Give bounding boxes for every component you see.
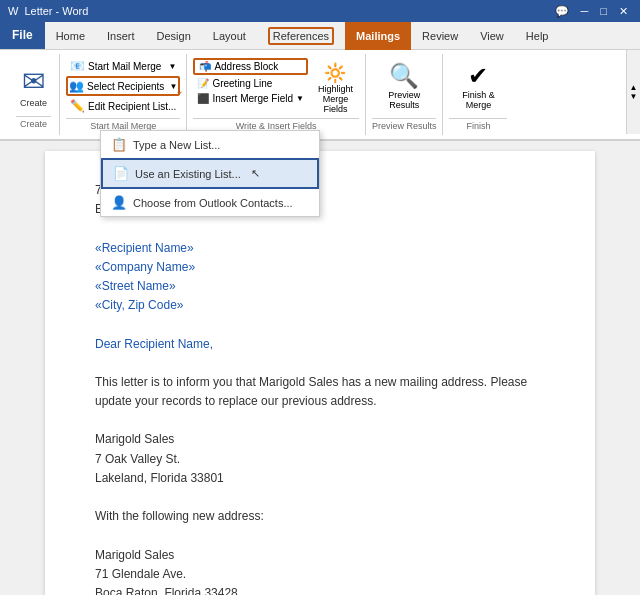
- address-block-label: Address Block: [214, 61, 278, 72]
- doc-body2-line2: Lakeland, Florida 33801: [95, 469, 545, 488]
- highlight-icon: 🔆: [324, 62, 346, 84]
- tab-design[interactable]: Design: [146, 21, 202, 49]
- select-recipients-arrow: ▼: [169, 82, 177, 91]
- doc-merge-city: «City, Zip Code»: [95, 296, 545, 315]
- tab-file[interactable]: File: [0, 21, 45, 49]
- start-mail-merge-label: Start Mail Merge: [88, 61, 161, 72]
- scroll-down-icon[interactable]: ▼: [630, 92, 638, 101]
- edit-list-icon: ✏️: [70, 99, 85, 113]
- app-icon: W: [8, 5, 18, 17]
- doc-merge-street: «Street Name»: [95, 277, 545, 296]
- dropdown-type-new[interactable]: 📋 Type a New List...: [101, 131, 319, 158]
- tab-mailings[interactable]: Mailings: [345, 22, 411, 50]
- highlight-merge-fields-btn[interactable]: 🔆 HighlightMergeFields: [312, 58, 359, 118]
- address-block-icon: 📬: [199, 61, 211, 72]
- doc-merge-company: «Company Name»: [95, 258, 545, 277]
- chat-icon[interactable]: 💬: [551, 5, 573, 18]
- scroll-up-icon[interactable]: ▲: [630, 83, 638, 92]
- finish-merge-btn[interactable]: ✔ Finish &Merge: [456, 58, 501, 114]
- preview-results-label: PreviewResults: [388, 90, 420, 110]
- references-highlight: References: [268, 27, 334, 45]
- create-btn[interactable]: ✉ Create: [16, 61, 51, 112]
- preview-results-group: 🔍 PreviewResults Preview Results: [366, 54, 444, 135]
- doc-body4-line1: 71 Glendale Ave.: [95, 565, 545, 584]
- address-block-btn[interactable]: 📬 Address Block: [193, 58, 308, 75]
- create-group-label: Create: [16, 116, 51, 129]
- dropdown-use-existing[interactable]: 📄 Use an Existing List... ↖: [101, 158, 319, 189]
- ribbon-scroll[interactable]: ▲ ▼: [626, 50, 640, 134]
- title-bar-controls: 💬 ─ □ ✕: [551, 5, 632, 18]
- ribbon: File Home Insert Design Layout Reference…: [0, 22, 640, 141]
- type-new-label: Type a New List...: [133, 139, 220, 151]
- doc-merge-recipient: «Recipient Name»: [95, 239, 545, 258]
- use-existing-label: Use an Existing List...: [135, 168, 241, 180]
- write-insert-group: 📬 Address Block 📝 Greeting Line ⬛ Insert…: [187, 54, 366, 135]
- document-area: 71 Glendale Ave. Boca Raton, Florida 334…: [0, 141, 640, 595]
- greeting-line-btn[interactable]: 📝 Greeting Line: [193, 77, 308, 90]
- tab-review[interactable]: Review: [411, 21, 469, 49]
- close-btn[interactable]: ✕: [615, 5, 632, 18]
- minimize-btn[interactable]: ─: [577, 5, 593, 18]
- ribbon-content: ✉ Create Create 📧 Start Mail Merge ▼ 👥 S…: [0, 50, 640, 141]
- tab-home[interactable]: Home: [45, 21, 96, 49]
- select-recipients-btn[interactable]: 👥 Select Recipients ▼: [66, 76, 180, 96]
- start-mail-merge-btn[interactable]: 📧 Start Mail Merge ▼: [66, 58, 180, 74]
- select-recipients-icon: 👥: [69, 79, 84, 93]
- mail-merge-icon: 📧: [70, 59, 85, 73]
- edit-recipient-label: Edit Recipient List...: [88, 101, 176, 112]
- title-bar: W Letter - Word 💬 ─ □ ✕: [0, 0, 640, 22]
- choose-outlook-label: Choose from Outlook Contacts...: [133, 197, 293, 209]
- tab-view[interactable]: View: [469, 21, 515, 49]
- type-new-icon: 📋: [111, 137, 127, 152]
- tab-layout[interactable]: Layout: [202, 21, 257, 49]
- dropdown-menu: 📋 Type a New List... 📄 Use an Existing L…: [100, 130, 320, 217]
- doc-body4-header: Marigold Sales: [95, 546, 545, 565]
- title-bar-left: W Letter - Word: [8, 5, 88, 17]
- tab-insert[interactable]: Insert: [96, 21, 146, 49]
- finish-group-label: Finish: [449, 118, 507, 131]
- envelope-icon: ✉: [22, 65, 45, 98]
- greeting-line-label: Greeting Line: [212, 78, 272, 89]
- finish-merge-label: Finish &Merge: [462, 90, 495, 110]
- choose-outlook-icon: 👤: [111, 195, 127, 210]
- document-page: 71 Glendale Ave. Boca Raton, Florida 334…: [45, 151, 595, 595]
- select-recipients-label: Select Recipients: [87, 81, 164, 92]
- tab-help[interactable]: Help: [515, 21, 560, 49]
- insert-merge-field-btn[interactable]: ⬛ Insert Merge Field ▼: [193, 92, 308, 105]
- highlight-label: HighlightMergeFields: [318, 84, 353, 114]
- dropdown-arrow-icon: ▼: [168, 62, 176, 71]
- preview-results-btn[interactable]: 🔍 PreviewResults: [382, 58, 426, 114]
- edit-recipient-list-btn[interactable]: ✏️ Edit Recipient List...: [66, 98, 180, 114]
- doc-body2-line1: 7 Oak Valley St.: [95, 450, 545, 469]
- preview-group-label: Preview Results: [372, 118, 437, 131]
- tab-references[interactable]: References: [257, 21, 345, 49]
- insert-merge-label: Insert Merge Field: [212, 93, 293, 104]
- doc-body2-header: Marigold Sales: [95, 430, 545, 449]
- create-group: ✉ Create Create: [8, 54, 60, 135]
- dropdown-choose-outlook[interactable]: 👤 Choose from Outlook Contacts...: [101, 189, 319, 216]
- finish-icon: ✔: [468, 62, 488, 90]
- maximize-btn[interactable]: □: [596, 5, 611, 18]
- preview-icon: 🔍: [389, 62, 419, 90]
- use-existing-icon: 📄: [113, 166, 129, 181]
- finish-group: ✔ Finish &Merge Finish: [443, 54, 513, 135]
- cursor-indicator: ↖: [251, 167, 260, 180]
- insert-merge-icon: ⬛: [197, 93, 209, 104]
- doc-body3: With the following new address:: [95, 507, 545, 526]
- tab-row: File Home Insert Design Layout Reference…: [0, 22, 640, 50]
- greeting-line-icon: 📝: [197, 78, 209, 89]
- doc-salutation: Dear Recipient Name,: [95, 335, 545, 354]
- doc-body4-line2: Boca Raton, Florida 33428: [95, 584, 545, 595]
- doc-body1: This letter is to inform you that Marigo…: [95, 373, 545, 411]
- insert-merge-arrow: ▼: [296, 94, 304, 103]
- start-mail-merge-group: 📧 Start Mail Merge ▼ 👥 Select Recipients…: [60, 54, 187, 135]
- create-label: Create: [20, 98, 47, 108]
- window-title: Letter - Word: [24, 5, 88, 17]
